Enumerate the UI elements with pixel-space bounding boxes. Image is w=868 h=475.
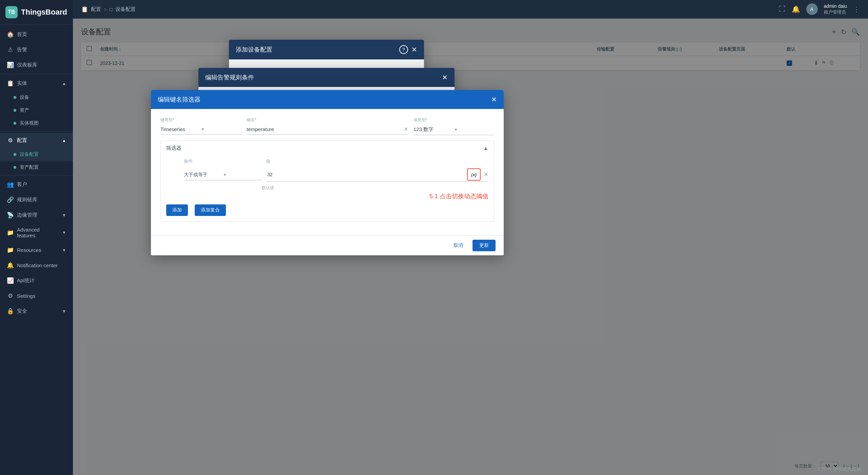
key-type-label: 键类型*	[160, 117, 241, 123]
breadcrumb-device-icon: □	[110, 6, 113, 12]
add-complex-filter-button[interactable]: 添加复合	[195, 204, 226, 216]
filter-section-label: 筛选器	[166, 145, 181, 151]
app-logo: TB ThingsBoard	[0, 0, 73, 25]
sidebar-label-entity: 实体	[17, 80, 27, 87]
topbar: 📋 配置 > □ 设备配置 ⛶ 🔔 A admin daiu 租户管理员 ⋮	[73, 0, 868, 19]
more-icon[interactable]: ⋮	[853, 5, 860, 13]
sidebar-item-customer[interactable]: 👥 客户	[0, 177, 73, 192]
key-type-arrow-icon: ▼	[201, 127, 241, 132]
keyfilter-dialog: 编辑键名筛选器 ✕ 键类型* Timeseries ▼ 键名*	[151, 90, 504, 255]
value-type-value: 123 数字	[413, 126, 454, 133]
sidebar-item-advanced[interactable]: 📁 Advanced features ▼	[0, 223, 73, 242]
entity-icon: 📋	[7, 80, 14, 87]
api-icon: 📈	[7, 277, 14, 284]
add-dialog-title: 添加设备配置	[236, 45, 272, 54]
bell-icon[interactable]: 🔔	[792, 5, 800, 13]
sidebar-item-rule-chain[interactable]: 🔗 规则链库	[0, 192, 73, 207]
sidebar-label-edge: 边缘管理	[17, 212, 37, 218]
user-info: admin daiu 租户管理员	[824, 3, 847, 15]
alarm-dialog-header: 编辑告警规则条件 ✕	[198, 68, 455, 87]
breadcrumb-sep: >	[104, 6, 107, 12]
filter-row-remove-button[interactable]: ✕	[483, 171, 488, 178]
alarm-icon: ⚠	[7, 46, 14, 53]
sidebar-item-assets[interactable]: 资产	[0, 104, 73, 117]
sidebar-item-resources[interactable]: 📁 Resources ▼	[0, 242, 73, 258]
op-col-header: 操作	[184, 158, 262, 164]
dynamic-threshold-button[interactable]: (x)	[467, 168, 481, 181]
keyfilter-dialog-body: 键类型* Timeseries ▼ 键名* ✕ 值类型*	[151, 109, 504, 235]
add-dialog-close[interactable]: ✕	[411, 45, 417, 54]
advanced-chevron-icon: ▼	[62, 230, 66, 235]
alarm-dialog-close[interactable]: ✕	[442, 73, 448, 81]
filter-actions: 添加 添加复合	[166, 204, 488, 216]
val-col-header: 值	[266, 158, 488, 164]
dashboard-icon: 📊	[7, 61, 14, 69]
sidebar-label-dashboard: 仪表板库	[17, 62, 37, 68]
add-dialog-header: 添加设备配置 ? ✕	[229, 40, 424, 59]
key-type-select[interactable]: Timeseries ▼	[160, 124, 241, 134]
default-value-label: 默认值	[262, 185, 274, 191]
fullscreen-icon[interactable]: ⛶	[779, 5, 786, 13]
update-button-keyfilter[interactable]: 更新	[472, 240, 496, 251]
key-name-input[interactable]	[247, 124, 404, 134]
sidebar-nav: 🏠 首页 ⚠ 告警 📊 仪表板库 📋 实体 ▲ 设备 资产 实体视图	[0, 25, 73, 321]
sidebar-item-asset-config[interactable]: 资产配置	[0, 161, 73, 174]
sidebar-label-device-config: 设备配置	[20, 151, 39, 158]
help-icon[interactable]: ?	[399, 45, 408, 54]
sidebar-item-security[interactable]: 🔒 安全 ▼	[0, 304, 73, 319]
filter-section-body: 操作 值 大于或等于 ▼	[161, 156, 494, 221]
filter-row: 大于或等于 ▼ (x) ✕	[166, 168, 488, 182]
keyfilter-dialog-close[interactable]: ✕	[491, 95, 497, 104]
breadcrumb-config[interactable]: 配置	[91, 6, 101, 13]
sidebar-item-entity-views[interactable]: 实体视图	[0, 117, 73, 130]
logo-icon: TB	[5, 6, 18, 18]
sidebar-label-asset-config: 资产配置	[20, 164, 39, 170]
devices-dot-icon	[14, 96, 16, 99]
breadcrumb-device-config: 设备配置	[115, 6, 136, 13]
sidebar-label-advanced: Advanced features	[17, 227, 59, 238]
sidebar-item-api[interactable]: 📈 Api统计	[0, 273, 73, 288]
cancel-button-keyfilter[interactable]: 取消	[448, 240, 468, 251]
sidebar-item-dashboard[interactable]: 📊 仪表板库	[0, 57, 73, 73]
key-type-field: 键类型* Timeseries ▼	[160, 117, 241, 135]
sidebar-item-notification[interactable]: 🔔 Notification center	[0, 258, 73, 273]
sidebar-label-devices: 设备	[20, 94, 29, 101]
key-name-label: 键名*	[247, 117, 408, 123]
alarm-dialog-title: 编辑告警规则条件	[205, 73, 254, 81]
sidebar-label-customer: 客户	[17, 181, 27, 188]
add-filter-button[interactable]: 添加	[166, 204, 188, 216]
sidebar-label-config: 配置	[17, 137, 27, 144]
filter-op-select[interactable]: 大于或等于 ▼	[184, 170, 262, 180]
value-type-select[interactable]: 123 数字 ▼	[413, 124, 494, 135]
sidebar-item-config[interactable]: ⚙ 配置 ▲	[0, 133, 73, 148]
edge-icon: 📡	[7, 212, 14, 219]
key-name-clear-icon[interactable]: ✕	[404, 126, 408, 132]
main-content: 设备配置 + ↻ 🔍 创建时间 ↓ 传输配置 告警规则 (↓) 设备配置页面 默…	[73, 19, 868, 475]
keyfilter-top-row: 键类型* Timeseries ▼ 键名* ✕ 值类型*	[160, 117, 494, 135]
config-chevron-icon: ▲	[62, 138, 66, 143]
entity-chevron-icon: ▲	[62, 81, 66, 86]
filter-section-header[interactable]: 筛选器 ▲	[161, 141, 494, 156]
sidebar-item-entity[interactable]: 📋 实体 ▲	[0, 76, 73, 91]
key-name-field: 键名* ✕	[247, 117, 408, 135]
edge-chevron-icon: ▼	[62, 213, 66, 218]
sidebar-label-entity-views: 实体视图	[20, 120, 39, 126]
user-role: 租户管理员	[824, 10, 847, 15]
filter-value-input[interactable]	[266, 170, 464, 179]
advanced-icon: 📁	[7, 229, 14, 236]
sidebar-item-settings[interactable]: ⚙ Settings	[0, 288, 73, 304]
key-type-value: Timeseries	[160, 126, 201, 132]
home-icon: 🏠	[7, 31, 14, 38]
breadcrumb-icon: 📋	[81, 6, 88, 13]
value-type-arrow-icon: ▼	[454, 127, 494, 132]
sidebar-item-device-config[interactable]: 设备配置	[0, 148, 73, 161]
sidebar-item-edge[interactable]: 📡 边缘管理 ▼	[0, 207, 73, 223]
sidebar-item-alarm[interactable]: ⚠ 告警	[0, 42, 73, 57]
keyfilter-dialog-footer: 取消 更新	[151, 235, 504, 255]
sidebar-item-home[interactable]: 🏠 首页	[0, 27, 73, 42]
app-name: ThingsBoard	[21, 8, 67, 17]
sidebar-label-api: Api统计	[17, 277, 35, 284]
sidebar-label-home: 首页	[17, 31, 27, 38]
sidebar-item-devices[interactable]: 设备	[0, 91, 73, 104]
avatar: A	[806, 3, 818, 15]
